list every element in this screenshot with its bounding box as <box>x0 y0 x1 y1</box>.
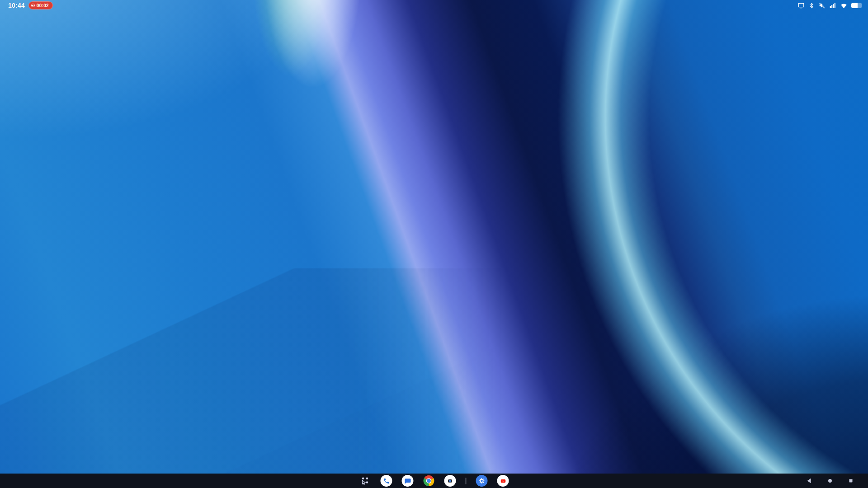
phone-app-icon <box>383 478 390 484</box>
battery-icon <box>851 3 862 9</box>
messages-app-button[interactable] <box>402 475 414 487</box>
navigation-bar <box>806 474 854 488</box>
all-apps-grid-cursor-icon <box>360 476 370 486</box>
wifi-icon <box>840 2 848 9</box>
home-circle-icon <box>827 478 833 484</box>
status-bar: 10:44 00:02 <box>0 0 868 11</box>
volume-muted-icon <box>818 2 826 9</box>
recents-button[interactable] <box>847 477 854 484</box>
back-triangle-icon <box>806 478 812 484</box>
wallpaper <box>0 0 868 488</box>
clock: 10:44 <box>8 2 25 9</box>
cellular-signal-icon <box>829 2 836 9</box>
taskbar-divider <box>466 478 467 484</box>
bluetooth-icon <box>808 2 815 9</box>
settings-app-icon <box>478 477 486 484</box>
recording-elapsed-time: 00:02 <box>37 3 49 8</box>
cast-display-icon <box>797 2 805 9</box>
taskbar <box>0 474 868 488</box>
chrome-app-button[interactable] <box>423 475 435 487</box>
all-apps-button[interactable] <box>359 475 371 487</box>
system-tray[interactable] <box>797 2 862 9</box>
back-button[interactable] <box>806 477 813 484</box>
wallpaper-facet-overlay <box>0 268 504 488</box>
android-home-screen: 10:44 00:02 <box>0 0 868 488</box>
camera-app-button[interactable] <box>444 475 456 487</box>
screen-record-icon <box>31 4 35 7</box>
recents-square-icon <box>848 478 854 484</box>
youtube-app-button[interactable] <box>497 475 509 487</box>
messages-app-icon <box>404 478 411 484</box>
screen-recording-chip[interactable]: 00:02 <box>28 1 53 9</box>
phone-app-button[interactable] <box>381 475 392 487</box>
taskbar-app-icons <box>359 474 509 488</box>
status-bar-left: 10:44 00:02 <box>8 1 53 9</box>
youtube-app-icon <box>499 477 507 485</box>
chrome-app-icon <box>423 475 435 487</box>
settings-app-button[interactable] <box>476 475 488 487</box>
camera-app-icon <box>447 477 454 484</box>
home-button[interactable] <box>826 477 834 484</box>
